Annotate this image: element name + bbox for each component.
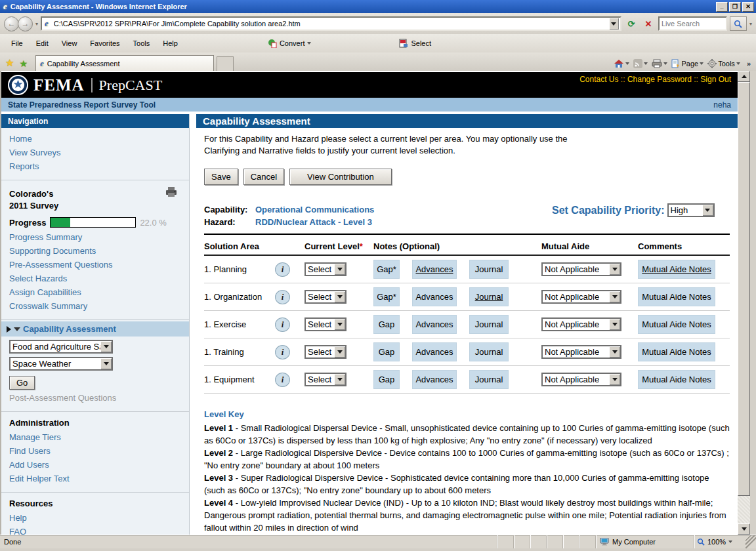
sidebar-item-edit-helper-text[interactable]: Edit Helper Text	[9, 472, 189, 485]
sidebar-item-progress-summary[interactable]: Progress Summary	[9, 230, 189, 244]
menu-tools[interactable]: Tools	[127, 37, 156, 49]
resize-grip[interactable]	[746, 535, 756, 548]
convert-button[interactable]: Convert	[264, 37, 316, 49]
change-password-link[interactable]: Change Password	[627, 75, 692, 84]
print-survey-button[interactable]	[165, 187, 177, 197]
sidebar-item-help[interactable]: Help	[9, 511, 189, 525]
mutual-aide-select[interactable]: Not Applicable	[541, 373, 621, 386]
advances-button[interactable]: Advances	[412, 315, 457, 334]
menu-edit[interactable]: Edit	[30, 37, 54, 49]
priority-select[interactable]: High	[667, 203, 715, 217]
scroll-down-icon[interactable]	[738, 523, 750, 535]
zoom-control[interactable]: 100%	[694, 535, 746, 548]
sidebar-item-add-users[interactable]: Add Users	[9, 458, 189, 472]
journal-button[interactable]: Journal	[469, 315, 509, 334]
stop-button[interactable]: ✕	[641, 16, 656, 31]
sidebar-item-find-users[interactable]: Find Users	[9, 444, 189, 458]
capability-value-link[interactable]: Operational Communications	[255, 203, 374, 216]
mutual-aide-select[interactable]: Not Applicable	[541, 345, 621, 359]
mutual-aide-notes-button[interactable]: Mutual Aide Notes	[638, 315, 715, 334]
toolbar-overflow-icon[interactable]: »	[744, 60, 753, 68]
journal-button[interactable]: Journal	[469, 260, 509, 279]
search-field[interactable]	[658, 16, 727, 31]
search-dropdown-icon[interactable]: ▾	[749, 21, 752, 27]
sidebar-item-select-hazards[interactable]: Select Hazards	[9, 272, 189, 285]
select-button[interactable]: Select	[395, 37, 435, 49]
mutual-aide-notes-button[interactable]: Mutual Aide Notes	[638, 287, 715, 306]
search-button[interactable]	[730, 16, 747, 31]
add-favorite-icon[interactable]: ★	[16, 58, 30, 71]
sidebar-item-view-surveys[interactable]: View Surveys	[9, 146, 189, 159]
page-button[interactable]: Page	[671, 59, 704, 68]
menu-view[interactable]: View	[56, 37, 83, 49]
mutual-aide-notes-button[interactable]: Mutual Aide Notes	[638, 342, 715, 361]
mutual-aide-select[interactable]: Not Applicable	[541, 290, 621, 304]
sidebar-item-manage-tiers[interactable]: Manage Tiers	[9, 430, 189, 444]
gap-button[interactable]: Gap*	[373, 260, 400, 279]
sidebar-item-home[interactable]: Home	[9, 132, 189, 146]
address-field[interactable]: e	[41, 16, 621, 31]
tab-capability-assessment[interactable]: e Capability Assessment	[35, 55, 214, 71]
advances-button[interactable]: Advances	[412, 287, 457, 306]
journal-button[interactable]: Journal	[469, 287, 509, 306]
gap-button[interactable]: Gap	[373, 315, 400, 334]
vertical-scrollbar[interactable]	[738, 71, 750, 535]
scroll-up-icon[interactable]	[738, 71, 750, 82]
info-icon[interactable]: i	[275, 317, 290, 332]
favorites-star-icon[interactable]: ★	[3, 57, 16, 71]
info-icon[interactable]: i	[275, 373, 290, 387]
capability-select[interactable]: Food and Agriculture Safety an	[9, 340, 113, 354]
go-button[interactable]: Go	[9, 376, 35, 390]
mutual-aide-notes-button[interactable]: Mutual Aide Notes	[638, 370, 715, 389]
contact-us-link[interactable]: Contact Us	[579, 75, 618, 84]
back-button[interactable]: ←	[4, 16, 19, 31]
cancel-button[interactable]: Cancel	[243, 169, 284, 185]
feeds-button[interactable]	[633, 59, 648, 68]
minimize-button[interactable]: _	[716, 2, 728, 12]
advances-button[interactable]: Advances	[412, 260, 457, 279]
address-dropdown-icon[interactable]	[609, 18, 619, 30]
restore-button[interactable]: ❐	[729, 2, 741, 12]
gap-button[interactable]: Gap*	[373, 287, 400, 306]
sidebar-item-reports[interactable]: Reports	[9, 159, 189, 173]
sidebar-item-pre-assessment-questions[interactable]: Pre-Assessment Questions	[9, 258, 189, 272]
current-level-select[interactable]: Select	[304, 373, 346, 386]
journal-button[interactable]: Journal	[469, 342, 509, 361]
current-level-select[interactable]: Select	[304, 262, 346, 276]
print-button[interactable]	[652, 59, 667, 68]
current-level-select[interactable]: Select	[304, 345, 346, 359]
mutual-aide-select[interactable]: Not Applicable	[541, 317, 621, 331]
hazard-value-link[interactable]: RDD/Nuclear Attack - Level 3	[255, 216, 372, 228]
hazard-select[interactable]: Space Weather	[9, 357, 113, 371]
tools-button[interactable]: Tools	[707, 59, 740, 68]
forward-button[interactable]: →	[18, 16, 33, 31]
info-icon[interactable]: i	[275, 345, 290, 359]
advances-button[interactable]: Advances	[412, 342, 457, 361]
history-dropdown-icon[interactable]: ▾	[35, 21, 38, 27]
gap-button[interactable]: Gap	[373, 370, 400, 389]
sign-out-link[interactable]: Sign Out	[700, 75, 731, 84]
sidebar-item-supporting-documents[interactable]: Supporting Documents	[9, 244, 189, 258]
close-button[interactable]: ✕	[742, 2, 754, 12]
gap-button[interactable]: Gap	[373, 342, 400, 361]
search-input[interactable]	[662, 20, 724, 28]
current-level-select[interactable]: Select	[304, 317, 346, 331]
current-level-select[interactable]: Select	[304, 290, 346, 304]
info-icon[interactable]: i	[275, 262, 290, 277]
menu-favorites[interactable]: Favorites	[84, 37, 125, 49]
address-input[interactable]	[54, 20, 607, 28]
view-contribution-button[interactable]: View Contribution	[289, 169, 392, 185]
sidebar-item-faq[interactable]: FAQ	[9, 525, 189, 535]
sidebar-item-assign-capabilities[interactable]: Assign Capabilities	[9, 285, 189, 299]
advances-button[interactable]: Advances	[412, 370, 457, 389]
info-icon[interactable]: i	[275, 290, 290, 304]
mutual-aide-select[interactable]: Not Applicable	[541, 262, 621, 276]
save-button[interactable]: Save	[204, 169, 238, 185]
mutual-aide-notes-button[interactable]: Mutual Aide Notes	[638, 260, 715, 279]
menu-file[interactable]: File	[5, 37, 29, 49]
scrollbar-thumb[interactable]	[738, 82, 750, 496]
new-tab-stub[interactable]	[217, 56, 234, 71]
menu-help[interactable]: Help	[157, 37, 184, 49]
home-button[interactable]	[614, 59, 629, 68]
sidebar-item-crosswalk-summary[interactable]: Crosswalk Summary	[9, 299, 189, 313]
